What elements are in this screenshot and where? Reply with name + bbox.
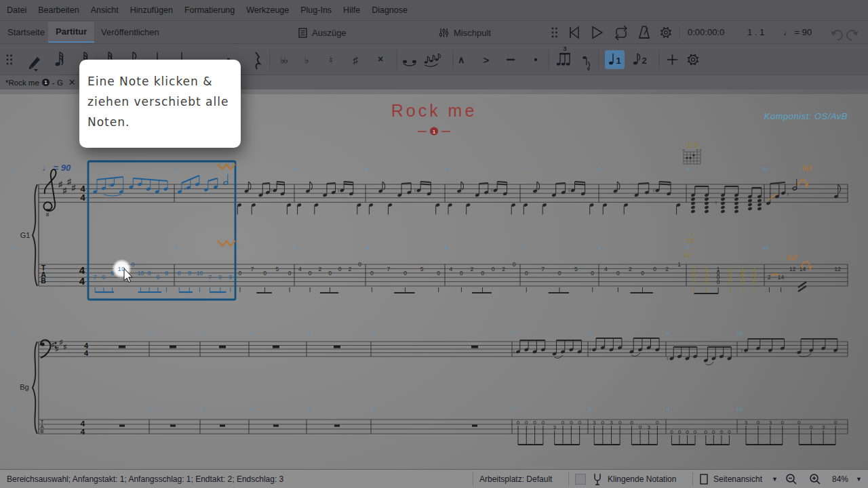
view-mode-select[interactable]: Seitenansicht <box>713 474 762 484</box>
svg-text:6: 6 <box>445 166 448 172</box>
svg-text:B: B <box>41 277 46 285</box>
svg-text:5: 5 <box>307 406 311 412</box>
guitar-notation-notes[interactable]: ♮♮♮♮♮♮♮♮♮♮full <box>93 164 841 215</box>
concert-pitch-toggle[interactable]: Klingende Notation <box>608 474 676 484</box>
svg-text:12: 12 <box>835 266 842 272</box>
playback-tempo[interactable]: ♩ = 90 <box>783 27 812 37</box>
document-tab[interactable]: *Rock me 1 - G ✕ <box>0 75 81 89</box>
close-tab-icon[interactable]: ✕ <box>68 77 76 87</box>
svg-text:12: 12 <box>789 266 796 272</box>
svg-text:0: 0 <box>263 270 267 277</box>
svg-text:7: 7 <box>94 274 97 281</box>
svg-text:3: 3 <box>610 420 613 426</box>
svg-text:0: 0 <box>578 420 581 426</box>
svg-text:3: 3 <box>236 245 239 251</box>
tab-veroeffentlichen[interactable]: Veröffentlichen <box>94 22 167 43</box>
zoom-out-icon[interactable] <box>785 473 797 485</box>
svg-text:0: 0 <box>517 420 520 426</box>
svg-text:5: 5 <box>366 166 370 172</box>
svg-text:8: 8 <box>165 270 168 277</box>
color-swatch[interactable] <box>575 474 586 485</box>
mixer-button[interactable]: Mischpult <box>439 24 491 41</box>
clefs: 8TABTAB♯♯♯♯♯♯♯♯44444444 <box>40 169 88 436</box>
svg-text:10: 10 <box>197 270 203 277</box>
svg-text:♮: ♮ <box>337 188 339 194</box>
svg-text:♯: ♯ <box>72 183 76 192</box>
svg-text:0: 0 <box>591 270 594 277</box>
svg-text:♯: ♯ <box>353 54 358 66</box>
svg-text:4: 4 <box>79 264 85 276</box>
svg-text:0: 0 <box>692 279 696 285</box>
menu-plugins[interactable]: Plug-Ins <box>300 5 332 15</box>
zoom-in-icon[interactable] <box>809 473 821 485</box>
svg-text:4: 4 <box>81 420 85 428</box>
svg-text:10: 10 <box>138 270 144 277</box>
svg-text:0: 0 <box>834 420 837 426</box>
tuning-fork-icon[interactable] <box>593 473 602 485</box>
svg-text:7: 7 <box>520 245 524 251</box>
view-mode-caret-icon[interactable]: ▼ <box>772 476 778 483</box>
menu-formatierung[interactable]: Formatierung <box>184 5 235 15</box>
svg-text:♯: ♯ <box>58 180 62 189</box>
svg-text:♯: ♯ <box>67 177 71 186</box>
menu-datei[interactable]: Datei <box>7 5 26 15</box>
svg-text:4: 4 <box>250 406 253 412</box>
svg-text:6: 6 <box>372 330 375 336</box>
svg-text:0: 0 <box>781 420 785 426</box>
zoom-level[interactable]: 84% <box>832 474 848 484</box>
excerpts-button[interactable]: Auszüge <box>298 24 347 41</box>
bass-notes[interactable]: ♮♮♮♮00003000303000300000000030300030 <box>119 338 838 445</box>
svg-text:7: 7 <box>251 266 254 272</box>
svg-text:∧: ∧ <box>458 54 465 65</box>
selection-overlay[interactable]: 10 <box>88 161 235 300</box>
menu-hinzufuegen[interactable]: Hinzufügen <box>130 5 173 15</box>
svg-text:♮: ♮ <box>715 200 717 206</box>
selection-info: Bereichsauswahl; Anfangstakt: 1; Anfangs… <box>7 474 283 484</box>
svg-text:3: 3 <box>201 330 204 336</box>
svg-text:0: 0 <box>437 270 440 277</box>
svg-text:0: 0 <box>239 270 242 277</box>
svg-text:♭: ♭ <box>304 54 309 66</box>
svg-text:4: 4 <box>81 428 85 436</box>
svg-text:0: 0 <box>618 420 622 426</box>
svg-text:0: 0 <box>686 429 689 435</box>
menu-diagnose[interactable]: Diagnose <box>372 5 408 15</box>
svg-text:0: 0 <box>678 429 682 435</box>
svg-text:Rock me: Rock me <box>391 101 477 120</box>
menu-ansicht[interactable]: Ansicht <box>91 5 119 15</box>
svg-text:5: 5 <box>275 266 279 272</box>
tab-startseite[interactable]: Startseite <box>0 22 52 43</box>
svg-text:>: > <box>484 54 490 66</box>
svg-text:4: 4 <box>250 330 253 336</box>
svg-text:0: 0 <box>533 420 536 426</box>
svg-text:♮: ♮ <box>108 183 110 189</box>
svg-text:0: 0 <box>558 270 561 277</box>
staff-systems: G1Bg <box>20 184 848 434</box>
svg-text:7: 7 <box>688 247 691 252</box>
zoom-caret-icon[interactable]: ▼ <box>856 476 862 483</box>
svg-text:8: 8 <box>589 406 592 412</box>
svg-text:4: 4 <box>604 266 608 272</box>
svg-text:full: full <box>787 253 797 262</box>
menu-bearbeiten[interactable]: Bearbeiten <box>38 5 79 15</box>
svg-text:8: 8 <box>599 166 602 172</box>
workspace-button[interactable]: Arbeitsplatz: Default <box>479 474 552 484</box>
svg-text:0: 0 <box>525 420 528 426</box>
svg-text:♭♭: ♭♭ <box>280 54 288 66</box>
svg-text:E3: E3 <box>686 237 694 244</box>
svg-text:7: 7 <box>541 266 545 272</box>
tab-partitur[interactable]: Partitur <box>48 22 94 43</box>
svg-text:♯: ♯ <box>64 343 67 350</box>
menu-hilfe[interactable]: Hilfe <box>343 5 360 15</box>
svg-text:2: 2 <box>768 274 771 281</box>
svg-text:♯: ♯ <box>63 186 67 195</box>
svg-text:2: 2 <box>149 330 153 336</box>
svg-text:3: 3 <box>563 45 566 52</box>
svg-text:8: 8 <box>589 330 592 336</box>
svg-text:0: 0 <box>328 270 332 277</box>
part-badge: 1 <box>42 79 50 86</box>
guitar-tab-notes[interactable]: 7988108988810799070504020020070504020020… <box>94 253 841 293</box>
svg-text:0: 0 <box>525 270 528 277</box>
menu-werkzeuge[interactable]: Werkzeuge <box>246 5 289 15</box>
svg-text:0: 0 <box>741 279 744 285</box>
